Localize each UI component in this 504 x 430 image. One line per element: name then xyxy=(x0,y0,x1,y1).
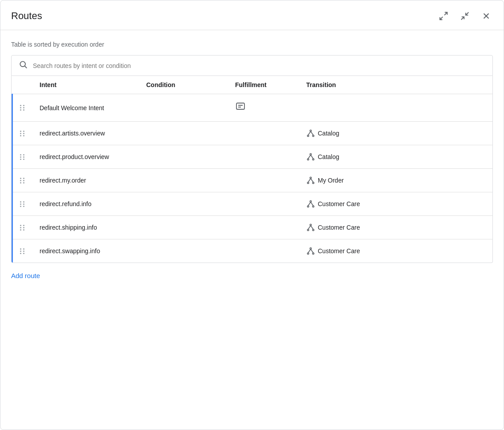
intent-cell: redirect.swapping.info xyxy=(32,239,139,263)
expand-icon xyxy=(439,11,448,21)
svg-rect-8 xyxy=(236,103,244,109)
drag-handle xyxy=(20,105,25,111)
condition-cell xyxy=(139,216,228,239)
svg-point-26 xyxy=(310,201,311,202)
add-route-button[interactable]: Add route xyxy=(11,263,493,288)
svg-point-21 xyxy=(310,177,311,179)
intent-cell: redirect.shipping.info xyxy=(32,216,139,239)
table-row[interactable]: redirect.refund.info xyxy=(12,192,493,216)
svg-line-24 xyxy=(308,179,311,182)
transition-label: Customer Care xyxy=(318,200,360,207)
sort-label: Table is sorted by execution order xyxy=(11,41,493,48)
transition-node-icon xyxy=(306,129,315,138)
transition-label: Catalog xyxy=(318,130,339,137)
search-icon xyxy=(19,60,28,71)
fulfillment-cell xyxy=(228,216,299,239)
svg-line-25 xyxy=(311,179,313,182)
svg-line-3 xyxy=(466,12,468,15)
drag-handle xyxy=(20,178,25,183)
dialog-title: Routes xyxy=(11,10,42,22)
dialog-body: Table is sorted by execution order Inten… xyxy=(0,30,504,430)
expand-button[interactable] xyxy=(437,9,450,23)
svg-point-13 xyxy=(312,135,314,136)
shrink-icon xyxy=(460,11,470,21)
transition-label: Customer Care xyxy=(318,224,360,231)
routes-table-container: Intent Condition Fulfillment Transition xyxy=(11,76,493,263)
transition-cell: Customer Care xyxy=(299,216,492,239)
fulfillment-cell xyxy=(228,239,299,263)
condition-cell xyxy=(139,122,228,145)
fulfillment-message-icon xyxy=(235,104,246,114)
svg-point-22 xyxy=(308,182,309,183)
svg-line-39 xyxy=(308,249,311,253)
svg-line-34 xyxy=(308,226,311,229)
transition-node-icon xyxy=(306,247,315,255)
svg-line-40 xyxy=(311,249,313,253)
svg-point-32 xyxy=(308,229,309,231)
fulfillment-cell xyxy=(228,169,299,192)
svg-point-38 xyxy=(312,253,314,254)
search-bar xyxy=(11,55,493,76)
condition-cell xyxy=(139,192,228,216)
condition-cell xyxy=(139,145,228,169)
svg-point-18 xyxy=(312,159,314,160)
table-row[interactable]: redirect.artists.overview xyxy=(12,122,493,145)
table-header: Intent Condition Fulfillment Transition xyxy=(12,76,493,94)
svg-line-0 xyxy=(444,12,447,15)
svg-point-11 xyxy=(310,130,311,131)
svg-line-1 xyxy=(440,17,443,20)
drag-handle-cell[interactable] xyxy=(12,239,33,263)
drag-handle xyxy=(20,201,25,207)
svg-line-29 xyxy=(308,202,311,206)
transition-label: My Order xyxy=(318,177,344,184)
table-row[interactable]: redirect.my.order xyxy=(12,169,493,192)
routes-dialog: Routes xyxy=(0,0,504,430)
svg-point-37 xyxy=(308,253,309,254)
intent-value: redirect.swapping.info xyxy=(40,247,100,255)
routes-table: Intent Condition Fulfillment Transition xyxy=(12,76,492,263)
condition-cell xyxy=(139,94,228,122)
header-icons xyxy=(437,9,493,23)
svg-point-31 xyxy=(310,224,311,226)
table-row[interactable]: redirect.product.overview xyxy=(12,145,493,169)
intent-cell: redirect.artists.overview xyxy=(32,122,139,145)
transition-cell: Catalog xyxy=(299,122,492,145)
drag-handle-cell[interactable] xyxy=(12,145,33,169)
intent-value: redirect.product.overview xyxy=(40,153,109,160)
transition-cell: Catalog xyxy=(299,145,492,169)
drag-handle-cell[interactable] xyxy=(12,216,33,239)
svg-point-12 xyxy=(308,135,309,136)
transition-node-icon xyxy=(306,199,315,208)
svg-line-35 xyxy=(311,226,313,229)
table-row[interactable]: Default Welcome Intent xyxy=(12,94,493,122)
transition-cell: Customer Care xyxy=(299,192,492,216)
intent-value: redirect.my.order xyxy=(40,177,86,184)
svg-point-6 xyxy=(20,61,25,67)
svg-point-23 xyxy=(312,182,314,183)
transition-label: Catalog xyxy=(318,153,339,160)
close-button[interactable] xyxy=(480,9,493,23)
drag-handle-cell[interactable] xyxy=(12,192,33,216)
svg-line-19 xyxy=(308,155,311,159)
table-row[interactable]: redirect.shipping.info xyxy=(12,216,493,239)
svg-line-20 xyxy=(311,155,313,159)
table-row[interactable]: redirect.swapping.info xyxy=(12,239,493,263)
intent-cell: Default Welcome Intent xyxy=(32,94,139,122)
th-fulfillment: Fulfillment xyxy=(228,76,299,94)
condition-cell xyxy=(139,169,228,192)
intent-cell: redirect.refund.info xyxy=(32,192,139,216)
shrink-button[interactable] xyxy=(458,9,472,23)
fulfillment-cell xyxy=(228,94,299,122)
transition-node-icon xyxy=(306,176,315,185)
svg-line-7 xyxy=(25,66,27,68)
drag-handle-cell[interactable] xyxy=(12,94,33,122)
drag-handle xyxy=(20,154,25,160)
transition-cell: Customer Care xyxy=(299,239,492,263)
search-input[interactable] xyxy=(33,62,485,69)
intent-value: redirect.refund.info xyxy=(40,200,92,207)
drag-handle-cell[interactable] xyxy=(12,169,33,192)
fulfillment-cell xyxy=(228,192,299,216)
drag-handle-cell[interactable] xyxy=(12,122,33,145)
intent-value: Default Welcome Intent xyxy=(40,104,104,111)
drag-handle xyxy=(20,225,25,231)
